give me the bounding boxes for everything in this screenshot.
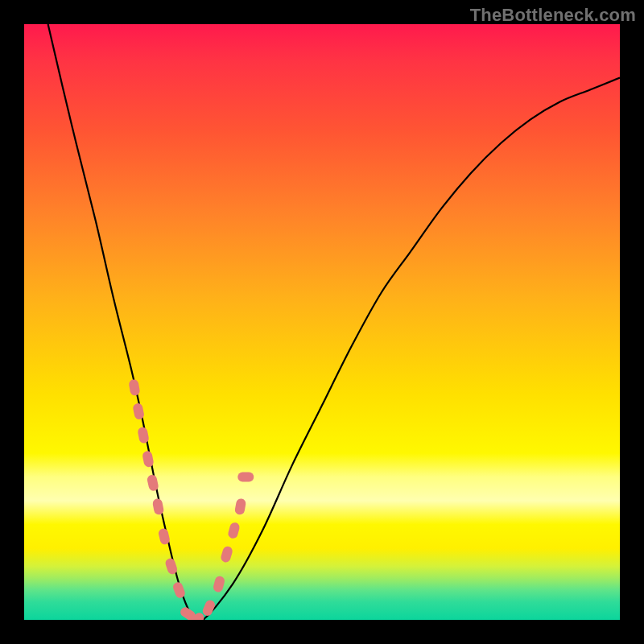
- highlight-dot: [213, 575, 226, 592]
- highlight-dot: [227, 522, 241, 539]
- plot-area: [24, 24, 620, 620]
- highlight-dot: [234, 497, 246, 515]
- bottleneck-curve-path: [48, 24, 620, 620]
- highlight-dot: [220, 545, 233, 564]
- chart-frame: TheBottleneck.com: [0, 0, 644, 644]
- curve-svg: [24, 24, 620, 620]
- highlight-dot: [237, 472, 254, 481]
- highlight-dots-group: [128, 379, 254, 620]
- highlight-dot: [171, 581, 186, 600]
- attribution-label: TheBottleneck.com: [470, 5, 636, 26]
- highlight-dot: [128, 379, 140, 397]
